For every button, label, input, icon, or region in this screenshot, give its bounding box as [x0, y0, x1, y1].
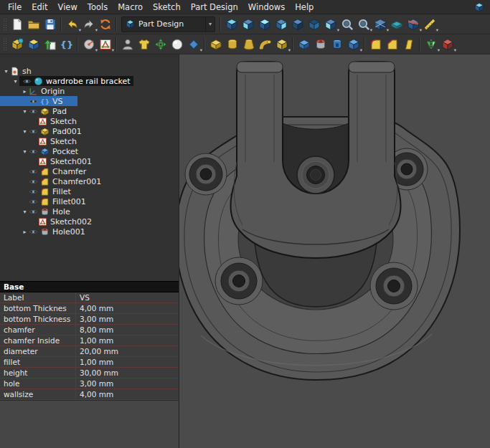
clipping-plane-button[interactable]: ▾	[405, 16, 421, 33]
boolean-button[interactable]: ▾	[439, 36, 456, 53]
chamfer-button[interactable]	[384, 36, 400, 53]
tree-item-hole[interactable]: ▾Hole	[0, 206, 179, 216]
tree-item-pocket[interactable]: ▾Pocket	[0, 146, 179, 156]
tree-item-pad001[interactable]: ▾Pad001	[0, 126, 179, 136]
expander-open-icon[interactable]: ▾	[2, 68, 10, 75]
menu-part-design[interactable]: Part Design	[186, 1, 243, 14]
workbench-selector[interactable]: Part Design▾	[121, 16, 215, 32]
set-color-button[interactable]	[169, 36, 185, 53]
property-value[interactable]: 1,00 mm	[76, 357, 179, 367]
create-datum-button[interactable]: ▾	[80, 36, 97, 53]
groove-button[interactable]	[329, 36, 345, 53]
create-sketch-button[interactable]: ▾	[97, 36, 113, 53]
expander-closed-icon[interactable]: ▸	[21, 229, 29, 235]
property-value[interactable]: 4,00 mm	[76, 303, 179, 313]
revolution-button[interactable]	[224, 36, 240, 53]
tree-item-chamfer[interactable]: Chamfer	[0, 166, 179, 176]
chevron-down-icon[interactable]: ▾	[205, 17, 215, 32]
3d-view-canvas[interactable]	[179, 54, 490, 448]
property-row-fillet[interactable]: fillet1,00 mm	[0, 357, 179, 368]
property-value[interactable]: 8,00 mm	[76, 325, 179, 335]
export-button[interactable]	[42, 36, 58, 53]
measure-button[interactable]: ▾	[421, 16, 438, 33]
tree-item-chamfer001[interactable]: Chamfer001	[0, 176, 179, 186]
tree-item-sketch001[interactable]: Sketch001	[0, 156, 179, 166]
view-isometric-button[interactable]	[223, 16, 240, 33]
tree-item-sketch[interactable]: Sketch	[0, 136, 179, 146]
save-document-button[interactable]	[42, 16, 58, 33]
undo-button[interactable]: ▾	[64, 16, 80, 33]
tree-item-fillet[interactable]: Fillet	[0, 186, 179, 196]
menu-file[interactable]: File	[3, 1, 27, 14]
texture-view-button[interactable]	[388, 16, 405, 33]
mounting-hole-bottom-right[interactable]	[370, 262, 418, 310]
expander-open-icon[interactable]: ▾	[11, 78, 19, 85]
toolbar-handle[interactable]	[2, 17, 6, 32]
create-varset-button[interactable]: {}	[58, 36, 75, 53]
tree-item-vs[interactable]: {}VS	[0, 96, 179, 106]
property-row-hole[interactable]: hole3,00 mm	[0, 378, 179, 389]
mounting-hole-top-left[interactable]	[185, 153, 227, 195]
center-boss[interactable]	[297, 156, 334, 194]
property-value[interactable]: 3,00 mm	[76, 314, 179, 324]
redo-button[interactable]: ▾	[80, 16, 97, 33]
toolbar-handle[interactable]	[2, 37, 6, 52]
draft-button[interactable]	[400, 36, 417, 53]
datum-plane-button[interactable]: ▾	[185, 36, 202, 53]
dropdown-arrow-icon[interactable]: ▾	[200, 47, 202, 53]
additive-loft-button[interactable]	[240, 36, 257, 53]
tree-item-wardrobe-rail-bracket[interactable]: ▾wardrobe rail bracket	[0, 76, 179, 86]
property-value[interactable]: 4,00 mm	[76, 389, 179, 399]
menu-windows[interactable]: Windows	[243, 1, 290, 14]
new-document-button[interactable]	[9, 16, 25, 33]
property-row-chamfer-inside[interactable]: chamfer Inside1,00 mm	[0, 335, 179, 346]
tree-item-sh[interactable]: ▾sh	[0, 66, 179, 76]
refresh-button[interactable]	[97, 16, 113, 33]
property-row-bottom-thicknes[interactable]: bottom Thicknes4,00 mm	[0, 303, 179, 314]
additive-pipe-button[interactable]	[257, 36, 273, 53]
dropdown-arrow-icon[interactable]: ▾	[288, 47, 291, 53]
appearance-button[interactable]	[119, 36, 136, 53]
property-value[interactable]: 20,00 mm	[76, 346, 179, 356]
pocket-button[interactable]	[296, 36, 312, 53]
property-value[interactable]: VS	[76, 292, 179, 302]
menu-view[interactable]: View	[53, 1, 83, 14]
menu-macro[interactable]: Macro	[113, 1, 148, 14]
dropdown-arrow-icon[interactable]: ▾	[112, 47, 114, 53]
dropdown-arrow-icon[interactable]: ▾	[360, 47, 362, 53]
property-group-header[interactable]: Base	[0, 281, 179, 292]
tree-item-sketch002[interactable]: Sketch002	[0, 216, 179, 227]
view-top-button[interactable]	[256, 16, 273, 33]
pad-button[interactable]	[207, 36, 224, 53]
expander-open-icon[interactable]: ▾	[21, 209, 29, 215]
open-document-button[interactable]	[25, 16, 42, 33]
property-row-wallsize[interactable]: wallsize4,00 mm	[0, 389, 179, 400]
tree-item-origin[interactable]: ▸Origin	[0, 86, 179, 96]
view-rear-button[interactable]	[289, 16, 306, 33]
property-value[interactable]: 30,00 mm	[76, 368, 179, 378]
dropdown-arrow-icon[interactable]: ▾	[454, 47, 456, 53]
property-value[interactable]: 3,00 mm	[76, 378, 179, 389]
tree-item-fillet001[interactable]: Fillet001	[0, 196, 179, 206]
subtractive-primitive-button[interactable]: ▾	[345, 36, 362, 53]
view-bottom-button[interactable]	[306, 16, 322, 33]
additive-primitive-button[interactable]: ▾	[273, 36, 290, 53]
menu-sketch[interactable]: Sketch	[148, 1, 186, 14]
property-row-diameter[interactable]: diameter20,00 mm	[0, 346, 179, 357]
material-button[interactable]	[136, 36, 152, 53]
menu-help[interactable]: Help	[290, 1, 319, 14]
fit-all-button[interactable]	[339, 16, 355, 33]
tree-item-sketch[interactable]: Sketch	[0, 116, 179, 126]
tree-item-hole001[interactable]: ▸Hole001	[0, 227, 179, 237]
expander-open-icon[interactable]: ▾	[21, 108, 29, 115]
fillet-button[interactable]	[367, 36, 384, 53]
create-body-button[interactable]	[9, 36, 25, 53]
property-row-label[interactable]: LabelVS	[0, 292, 179, 303]
mounting-hole-bottom-left[interactable]	[215, 257, 263, 305]
dropdown-arrow-icon[interactable]: ▾	[436, 27, 438, 33]
menu-edit[interactable]: Edit	[27, 1, 52, 14]
view-right-button[interactable]	[273, 16, 289, 33]
transform-button[interactable]	[152, 36, 169, 53]
property-row-bottom-thickness[interactable]: bottom Thickness3,00 mm	[0, 314, 179, 325]
property-row-height[interactable]: height30,00 mm	[0, 368, 179, 378]
